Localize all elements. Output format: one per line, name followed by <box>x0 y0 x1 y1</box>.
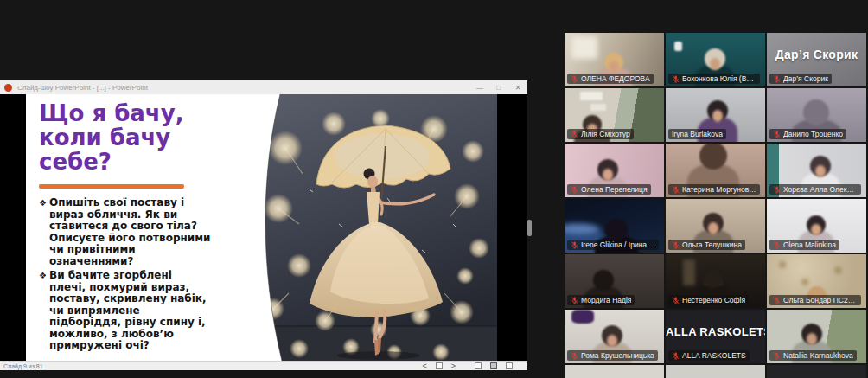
participant-tile-12[interactable]: Olena Malinkina <box>767 199 866 253</box>
participant-tile-6[interactable]: Данило Троценко <box>767 88 866 142</box>
display-name-text: Дар’я Скорик <box>767 48 866 61</box>
name-tag: Олена Перепелиця <box>567 184 651 195</box>
person-head <box>605 219 628 241</box>
muted-mic-icon <box>571 241 578 249</box>
person-head <box>593 270 614 291</box>
name-tag: Дар’я Скорик <box>769 74 832 84</box>
name-tag: Iryna Burlakova <box>668 129 726 139</box>
participant-grid: ОЛЕНА ФЕДОРОВАБохонкова Юлія (Bok...Дар’… <box>565 33 868 378</box>
muted-mic-icon <box>773 241 781 249</box>
participant-tile-18[interactable]: Nataliia Karnaukhova <box>767 310 866 363</box>
window-title: Слайд-шоу PowerPoint - [...] - PowerPoin… <box>17 84 470 92</box>
participant-tile-11[interactable]: Ольга Телушкина <box>666 199 765 253</box>
participant-tile-1[interactable]: ОЛЕНА ФЕДОРОВА <box>565 33 664 86</box>
name-tag: Рома Крушельницька <box>567 350 658 361</box>
slide: Що я бачу, коли бачу себе? ❖ Опишіть сво… <box>26 94 497 361</box>
participant-tile-partial-3[interactable] <box>767 365 866 378</box>
name-tag: Катерина Моргунова ... <box>668 184 760 195</box>
participant-tile-17[interactable]: ALLA RASKOLETSALLA RASKOLETS <box>666 310 765 363</box>
name-tag: Данило Троценко <box>769 129 846 139</box>
participant-name: Iryna Burlakova <box>672 130 723 138</box>
panel-resize-handle[interactable] <box>527 220 532 236</box>
person-face <box>811 224 821 235</box>
bullet-text: Опишіть свої поставу і вираз обличчя. Як… <box>49 197 212 267</box>
participant-tile-13[interactable]: Мордига Надія <box>565 254 664 308</box>
participant-tile-14[interactable]: Нестеренко Софія <box>666 254 765 308</box>
participant-tile-4[interactable]: Лілія Сміхотур <box>565 88 664 142</box>
participant-name: ALLA RASKOLETS <box>682 351 746 360</box>
participant-tile-8[interactable]: Катерина Моргунова ... <box>666 144 765 197</box>
slide-bullet-list: ❖ Опишіть свої поставу і вираз обличчя. … <box>39 197 212 352</box>
scene-accent <box>590 104 606 111</box>
display-settings-icon[interactable] <box>490 362 497 369</box>
scene-accent <box>571 310 594 324</box>
participant-name: Данило Троценко <box>783 130 843 138</box>
name-tag: Olena Malinkina <box>769 240 839 250</box>
powerpoint-window: Слайд-шоу PowerPoint - [...] - PowerPoin… <box>0 80 527 370</box>
name-tag: Мордига Надія <box>567 295 635 305</box>
muted-mic-icon <box>571 75 578 83</box>
zoom-slide-icon[interactable] <box>475 362 482 369</box>
participant-name: Мордига Надія <box>581 296 631 304</box>
muted-mic-icon <box>773 297 781 304</box>
muted-mic-icon <box>672 352 680 360</box>
muted-mic-icon <box>773 75 781 83</box>
minimize-button[interactable]: — <box>470 84 489 92</box>
slide-counter: Слайд 9 из 81 <box>3 363 43 369</box>
participant-tile-5[interactable]: Iryna Burlakova <box>666 88 765 142</box>
participant-tile-16[interactable]: Рома Крушельницька <box>565 310 664 363</box>
slide-artwork-ballerina-dandelions <box>249 94 497 361</box>
person-face <box>609 61 619 73</box>
participant-tile-3[interactable]: Дар’я СкорикДар’я Скорик <box>767 33 866 86</box>
slide-title: Що я бачу, коли бачу себе? <box>39 101 190 174</box>
participant-name: Лілія Сміхотур <box>581 130 630 138</box>
scene-accent <box>801 279 808 285</box>
participant-name: Катерина Моргунова ... <box>682 185 756 194</box>
previous-slide-button[interactable]: < <box>422 362 426 370</box>
participant-name: Nataliia Karnaukhova <box>783 351 853 360</box>
scene-accent <box>571 36 597 59</box>
scene-accent <box>674 42 682 51</box>
participant-tile-15[interactable]: Ольга Бондар ПС233з... <box>767 254 866 308</box>
close-button[interactable]: ✕ <box>508 84 527 92</box>
participant-tile-10[interactable]: Irene Glikina / Ірина Г... <box>565 199 664 253</box>
name-tag: Нестеренко Софія <box>668 295 749 305</box>
slide-menu-button[interactable] <box>436 362 443 369</box>
slideshow-area: Що я бачу, коли бачу себе? ❖ Опишіть сво… <box>0 94 527 361</box>
muted-mic-icon <box>571 186 578 194</box>
powerpoint-app-icon <box>4 84 12 92</box>
participant-tile-partial-1[interactable] <box>565 365 664 378</box>
muted-mic-icon <box>672 186 680 194</box>
participant-tile-9[interactable]: Хорєва Алла Олексан... <box>767 144 866 197</box>
participant-name: Хорєва Алла Олексан... <box>783 185 858 194</box>
slide-accent-rule <box>39 184 184 189</box>
participant-name: Нестеренко Софія <box>682 296 745 304</box>
participant-tile-2[interactable]: Бохонкова Юлія (Bok... <box>666 33 765 86</box>
scene-accent <box>580 92 603 100</box>
display-name-text: ALLA RASKOLETS <box>666 324 765 337</box>
scene-accent <box>683 259 695 285</box>
name-tag: Ольга Телушкина <box>668 240 745 250</box>
name-tag: Irene Glikina / Ірина Г... <box>567 240 659 250</box>
name-tag: ОЛЕНА ФЕДОРОВА <box>567 74 654 84</box>
scene-accent <box>834 266 842 274</box>
muted-mic-icon <box>773 131 781 138</box>
meeting-stage: Слайд-шоу PowerPoint - [...] - PowerPoin… <box>0 0 868 378</box>
name-tag: ALLA RASKOLETS <box>668 350 750 361</box>
muted-mic-icon <box>571 297 578 304</box>
slide-bullet-1: ❖ Опишіть свої поставу і вираз обличчя. … <box>39 197 212 267</box>
restore-button[interactable]: □ <box>489 84 508 92</box>
participant-tile-7[interactable]: Олена Перепелиця <box>565 144 664 197</box>
annotation-pen-icon[interactable] <box>506 362 513 369</box>
bullet-diamond-icon: ❖ <box>39 270 49 352</box>
scene-accent <box>779 261 786 268</box>
muted-mic-icon <box>672 297 680 304</box>
slide-text-column: Що я бачу, коли бачу себе? ❖ Опишіть сво… <box>39 101 233 355</box>
muted-mic-icon <box>571 352 578 360</box>
participant-name: ОЛЕНА ФЕДОРОВА <box>581 74 650 83</box>
muted-mic-icon <box>773 186 781 194</box>
participant-name: Олена Перепелиця <box>581 185 648 194</box>
bullet-text: Ви бачите згорблені плечі, похмурий вира… <box>49 270 212 352</box>
participant-tile-partial-2[interactable] <box>666 365 765 378</box>
next-slide-button[interactable]: > <box>451 362 456 370</box>
